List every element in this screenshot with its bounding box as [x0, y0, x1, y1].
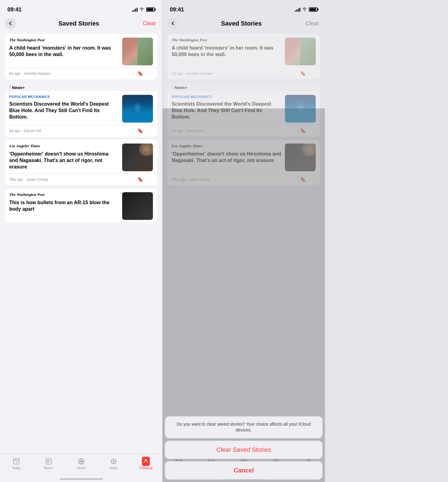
sports-icon-left [77, 457, 85, 465]
story-image-1-right [285, 38, 316, 65]
headline-1-left: A child heard 'monsters' in her room. It… [9, 45, 118, 58]
story-text-1-left: The Washington Post A child heard 'monst… [9, 38, 118, 58]
status-time-right: 09:41 [170, 6, 184, 13]
home-indicator-left [0, 476, 162, 482]
more-icon-3-left[interactable]: ··· [147, 177, 153, 182]
signal-icon-right [295, 7, 300, 12]
more-icon-1-left[interactable]: ··· [147, 71, 153, 76]
news-plus-label-2-right: News+ [174, 85, 187, 90]
newsplus-icon-left [45, 457, 53, 465]
story-text-2-left: POPULAR MECHANICS Scientists Discovered … [9, 95, 118, 120]
story-image-1-left [122, 38, 153, 65]
audio-icon-left [110, 457, 118, 465]
clear-button-right[interactable]: Clear [304, 19, 320, 28]
status-bar-right: 09:41 [162, 0, 325, 17]
story-actions-1-right: 🔖 ··· [300, 71, 316, 76]
cancel-button-action-sheet[interactable]: Cancel [165, 461, 322, 480]
news-plus-badge-2-left:  News+ [5, 83, 157, 91]
status-bar-left: 09:41 [0, 0, 162, 17]
action-sheet-message: Do you want to clear saved stories? Your… [165, 416, 322, 438]
svg-point-1 [16, 461, 17, 463]
action-sheet-message-text: Do you want to clear saved stories? Your… [177, 422, 311, 433]
source-logo-3-left: Los Angeles Times [9, 144, 118, 148]
story-main-4-left: The Washington Post This is how bullets … [5, 188, 157, 222]
headline-4-left: This is how bullets from an AR-15 blow t… [9, 200, 118, 213]
tab-audio-left[interactable]: Audio [97, 456, 130, 471]
story-main-2-left: POPULAR MECHANICS Scientists Discovered … [5, 91, 157, 125]
tab-newsplus-left[interactable]: News+ [32, 456, 65, 471]
story-text-3-left: Los Angeles Times 'Oppenheimer' doesn't … [9, 144, 118, 170]
tab-sports-left[interactable]: Sports [65, 456, 97, 471]
news-plus-badge-2-right:  News+ [167, 83, 320, 91]
apple-logo-2-right:  [172, 85, 173, 90]
story-text-1-right: The Washington Post A child heard 'monst… [172, 38, 281, 58]
bookmark-icon-3-left[interactable]: 🔖 [137, 176, 143, 182]
source-logo-2-left: POPULAR MECHANICS [9, 95, 118, 99]
wifi-icon-right [302, 7, 307, 12]
bookmark-icon-2-left[interactable]: 🔖 [137, 128, 143, 134]
apple-logo-2-left:  [9, 85, 11, 90]
story-main-1-left: The Washington Post A child heard 'monst… [5, 34, 157, 68]
story-main-3-left: Los Angeles Times 'Oppenheimer' doesn't … [5, 140, 157, 174]
story-footer-1-left: 6d ago · Jennifer Hassan 🔖 ··· [5, 68, 157, 79]
tab-today-left[interactable]: Today [0, 456, 32, 471]
action-sheet-cancel-container: Cancel [165, 461, 322, 480]
clear-saved-stories-button[interactable]: Clear Saved Stories [165, 441, 322, 459]
left-phone-screen: 09:41 Saved Stories [0, 0, 162, 482]
tab-following-left[interactable]: Following [130, 456, 162, 471]
tab-following-label-left: Following [139, 466, 152, 470]
bookmark-icon-1-left[interactable]: 🔖 [137, 71, 143, 76]
svg-point-6 [145, 459, 147, 461]
story-footer-1-right: 6d ago · Jennifer Hassan 🔖 ··· [167, 68, 320, 79]
status-icons-left [132, 7, 155, 12]
story-image-3-left [122, 144, 153, 171]
following-icon-left [142, 457, 150, 465]
back-button-left[interactable] [5, 18, 16, 29]
source-logo-1-right: The Washington Post [172, 38, 281, 43]
story-actions-2-left: 🔖 ··· [137, 128, 153, 134]
right-phone-screen: 09:41 Saved Stories [162, 0, 325, 482]
story-meta-3-left: 39w ago · Justin Chang [9, 177, 48, 182]
tab-sports-label-left: Sports [77, 466, 86, 470]
nav-bar-left: Saved Stories Clear [0, 17, 162, 31]
tab-newsplus-label-left: News+ [44, 466, 54, 470]
page-title-left: Saved Stories [58, 20, 99, 27]
signal-icon-left [132, 7, 138, 12]
tab-today-label-left: Today [12, 466, 20, 470]
story-meta-1-right: 6d ago · Jennifer Hassan [172, 71, 213, 76]
stories-list-left: The Washington Post A child heard 'monst… [0, 31, 162, 453]
wifi-icon-left [139, 7, 144, 12]
tab-bar-left: Today News+ Sports Audio [0, 453, 162, 476]
status-icons-right [295, 7, 318, 12]
headline-2-left: Scientists Discovered the World's Deepes… [9, 101, 118, 120]
more-icon-1-right: ··· [310, 71, 316, 76]
story-card-1-left[interactable]: The Washington Post A child heard 'monst… [5, 34, 157, 79]
clear-button-left[interactable]: Clear [142, 19, 157, 28]
story-footer-2-left: 5d ago · Darren Orf 🔖 ··· [5, 125, 157, 137]
bookmark-icon-1-right: 🔖 [300, 71, 306, 76]
status-time-left: 09:41 [7, 6, 22, 13]
story-card-2-left[interactable]:  News+ POPULAR MECHANICS Scientists Dis… [5, 83, 157, 137]
story-text-4-left: The Washington Post This is how bullets … [9, 192, 118, 213]
story-actions-3-left: 🔖 ··· [137, 176, 153, 182]
story-meta-2-left: 5d ago · Darren Orf [9, 129, 41, 133]
source-logo-2-right: POPULAR MECHANICS [172, 95, 281, 99]
headline-1-right: A child heard 'monsters' in her room. It… [172, 45, 281, 58]
battery-icon-right [309, 7, 318, 12]
svg-point-5 [113, 461, 114, 462]
story-card-4-left[interactable]: The Washington Post This is how bullets … [5, 188, 157, 222]
source-logo-4-left: The Washington Post [9, 192, 118, 197]
news-plus-label-2-left: News+ [12, 85, 25, 90]
story-main-1-right: The Washington Post A child heard 'monst… [167, 34, 320, 68]
tab-audio-label-left: Audio [110, 466, 118, 470]
action-sheet: Do you want to clear saved stories? Your… [165, 416, 322, 480]
story-actions-1-left: 🔖 ··· [137, 71, 153, 76]
battery-icon-left [146, 7, 155, 12]
headline-3-left: 'Oppenheimer' doesn't show us Hiroshima … [9, 151, 118, 170]
more-icon-2-left[interactable]: ··· [147, 128, 153, 134]
back-button-right[interactable] [167, 18, 178, 29]
story-card-3-left[interactable]: Los Angeles Times 'Oppenheimer' doesn't … [5, 140, 157, 185]
story-meta-1-left: 6d ago · Jennifer Hassan [9, 71, 50, 76]
action-sheet-actions: Clear Saved Stories [165, 441, 322, 459]
today-icon-left [12, 457, 20, 465]
